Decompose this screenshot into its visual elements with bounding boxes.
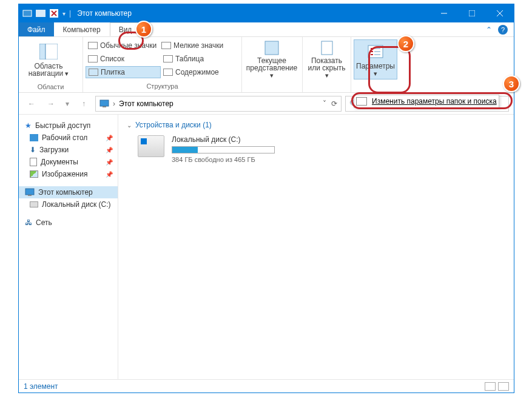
section-header[interactable]: ⌄Устройства и диски (1) xyxy=(127,121,505,129)
sidebar-network[interactable]: 🖧Сеть xyxy=(19,217,118,229)
drive-usage-bar xyxy=(172,146,275,153)
icons-small-icon xyxy=(161,42,171,49)
content-icon xyxy=(163,69,173,76)
ribbon: Область навигации ▾ Области Обычные знач… xyxy=(19,37,514,93)
layout-tiles[interactable]: Плитка xyxy=(86,66,161,78)
folder-options-icon xyxy=(356,97,367,106)
options-icon xyxy=(366,42,385,61)
forward-button[interactable]: → xyxy=(43,96,59,112)
tiles-icon xyxy=(89,69,98,76)
group-layout-label: Структура xyxy=(83,81,241,92)
pin-icon: 📌 xyxy=(106,171,113,178)
window-title: Этот компьютер xyxy=(75,9,430,18)
sidebar-pictures[interactable]: Изображения📌 xyxy=(19,168,118,180)
content-pane: ⌄Устройства и диски (1) Локальный диск (… xyxy=(118,115,514,379)
nav-pane-icon xyxy=(39,42,58,61)
sidebar-documents[interactable]: Документы📌 xyxy=(19,156,118,168)
svg-rect-4 xyxy=(469,10,475,16)
refresh-icon[interactable]: ⟳ xyxy=(331,99,337,108)
svg-rect-8 xyxy=(45,44,58,59)
show-hide-button[interactable]: Показать или скрыть ▾ xyxy=(305,39,348,79)
breadcrumb-location[interactable]: Этот компьютер xyxy=(119,99,173,108)
pc-icon xyxy=(25,188,35,197)
badge-3: 3 xyxy=(503,75,520,92)
qat-dropdown-icon[interactable]: ▾ xyxy=(62,10,66,17)
drive-name: Локальный диск (C:) xyxy=(172,135,275,144)
sidebar-downloads[interactable]: ⬇Загрузки📌 xyxy=(19,144,118,156)
up-button[interactable]: ↑ xyxy=(76,96,92,112)
layout-small[interactable]: Мелкие значки xyxy=(159,39,226,52)
navigation-pane: ★Быстрый доступ Рабочий стол📌 ⬇Загрузки📌… xyxy=(19,115,118,379)
recent-locations-button[interactable]: ▾ xyxy=(62,96,72,112)
collapse-ribbon-icon[interactable]: ⌃ xyxy=(486,25,492,34)
badge-2: 2 xyxy=(397,35,414,52)
svg-rect-12 xyxy=(100,100,109,106)
titlebar: ▾ | Этот компьютер xyxy=(19,4,514,22)
layout-table[interactable]: Таблица xyxy=(161,53,206,65)
drive-icon xyxy=(30,201,38,207)
address-bar[interactable]: › Этот компьютер ˅ ⟳ xyxy=(95,96,342,112)
svg-rect-1 xyxy=(36,10,45,17)
svg-rect-9 xyxy=(265,41,278,55)
sidebar-this-pc[interactable]: Этот компьютер xyxy=(19,186,118,198)
list-icon xyxy=(88,55,98,62)
qat-properties-icon[interactable] xyxy=(49,8,59,18)
addr-dropdown-icon[interactable]: ˅ xyxy=(323,99,326,108)
show-hide-icon xyxy=(317,40,337,56)
status-count: 1 элемент xyxy=(24,382,58,391)
options-menu-label: Изменить параметры папок и поиска xyxy=(372,97,497,106)
current-view-button[interactable]: Текущее представление ▾ xyxy=(244,39,299,79)
view-details-icon[interactable] xyxy=(485,382,496,391)
drive-free-text: 384 ГБ свободно из 465 ГБ xyxy=(172,156,275,163)
svg-rect-0 xyxy=(23,10,32,16)
star-icon: ★ xyxy=(25,121,32,130)
back-button[interactable]: ← xyxy=(24,96,39,112)
pin-icon: 📌 xyxy=(106,135,113,141)
details-icon xyxy=(163,55,173,62)
svg-rect-10 xyxy=(322,41,332,55)
chevron-down-icon: ⌄ xyxy=(127,122,132,129)
layout-list[interactable]: Список xyxy=(86,53,161,65)
nav-pane-button[interactable]: Область навигации ▾ xyxy=(21,39,76,79)
status-bar: 1 элемент xyxy=(19,379,514,393)
maximize-button[interactable] xyxy=(458,4,486,22)
current-view-icon xyxy=(262,40,281,56)
ribbon-tabs: Файл Компьютер Вид ⌃ ? xyxy=(19,22,514,37)
close-button[interactable] xyxy=(486,4,514,22)
badge-1: 1 xyxy=(135,21,152,38)
layout-content[interactable]: Содержимое xyxy=(161,66,221,78)
pictures-icon xyxy=(30,170,38,178)
icons-medium-icon xyxy=(88,42,98,49)
documents-icon xyxy=(30,158,37,166)
drive-item[interactable]: Локальный диск (C:) 384 ГБ свободно из 4… xyxy=(127,135,505,163)
sidebar-local-c[interactable]: Локальный диск (C:) xyxy=(19,198,118,211)
pin-icon: 📌 xyxy=(106,159,113,166)
svg-rect-15 xyxy=(28,195,32,196)
options-dropdown-item[interactable]: Изменить параметры папок и поиска xyxy=(354,95,499,108)
nav-pane-label: Область навигации xyxy=(29,62,63,78)
pin-icon: 📌 xyxy=(106,147,113,153)
options-button[interactable]: Параметры▾ xyxy=(354,39,397,79)
app-icon xyxy=(22,8,32,18)
view-large-icon[interactable] xyxy=(498,382,509,391)
minimize-button[interactable] xyxy=(430,4,458,22)
svg-rect-14 xyxy=(25,189,34,195)
layout-regular[interactable]: Обычные значки xyxy=(86,39,159,52)
desktop-icon xyxy=(30,134,38,141)
tab-file[interactable]: Файл xyxy=(19,22,54,36)
svg-rect-7 xyxy=(39,44,45,59)
sidebar-quick-access[interactable]: ★Быстрый доступ xyxy=(19,120,118,132)
group-panes-label: Области xyxy=(19,82,82,93)
network-icon: 🖧 xyxy=(25,218,32,227)
local-disk-icon xyxy=(138,135,164,157)
qat-folder-icon[interactable] xyxy=(36,8,45,18)
svg-rect-13 xyxy=(103,106,106,107)
help-icon[interactable]: ? xyxy=(498,25,508,35)
tab-computer[interactable]: Компьютер xyxy=(54,22,110,36)
pc-icon xyxy=(99,99,109,108)
breadcrumb-chevron[interactable]: › xyxy=(113,99,115,108)
sidebar-desktop[interactable]: Рабочий стол📌 xyxy=(19,132,118,144)
downloads-icon: ⬇ xyxy=(30,146,36,154)
